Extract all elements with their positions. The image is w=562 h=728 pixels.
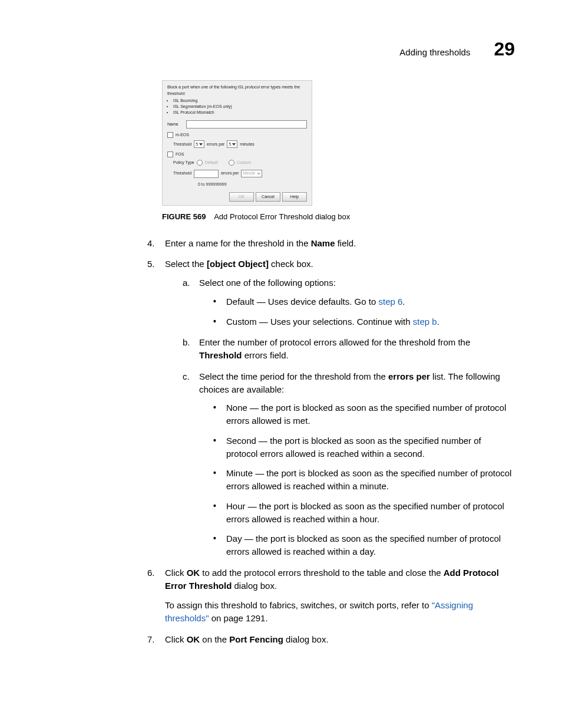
figure-text: Add Protocol Error Threshold dialog box	[214, 212, 350, 221]
step-5a-options: Default — Uses device defaults. Go to st…	[213, 295, 515, 328]
step-5c-items: None — the port is blocked as soon as th…	[213, 401, 515, 558]
page-header: Adding thresholds 29	[47, 35, 515, 62]
figure-caption: FIGURE 569 Add Protocol Error Threshold …	[162, 212, 515, 223]
fos-default-label: Default	[205, 160, 218, 166]
dialog-screenshot: Block a port when one of the following I…	[162, 80, 312, 205]
figure-label: FIGURE 569	[162, 212, 206, 221]
dialog-bullet: ISL Segmentation (m-EOS only)	[173, 104, 307, 110]
meos-threshold-select[interactable]: 5	[194, 140, 204, 148]
fos-checkbox-row: FOS	[167, 151, 307, 157]
fos-custom-label: Custom	[237, 160, 251, 166]
step-6-para: To assign this threshold to fabrics, swi…	[165, 599, 515, 625]
dialog-bullets: ISL Bouncing ISL Segmentation (m-EOS onl…	[173, 98, 307, 116]
fos-unit-select[interactable]: Minute	[241, 170, 262, 177]
help-button[interactable]: Help	[282, 192, 307, 202]
step-5b: b. Enter the number of protocol errors a…	[183, 336, 515, 362]
step-4: 4. Enter a name for the threshold in the…	[147, 237, 515, 250]
dialog-buttons: OK Cancel Help	[167, 192, 307, 202]
fos-threshold-input[interactable]	[194, 170, 219, 178]
list-item: Second — the port is blocked as soon as …	[213, 434, 515, 460]
option-default: Default — Uses device defaults. Go to st…	[213, 295, 515, 308]
meos-per-select[interactable]: 5	[227, 140, 237, 148]
header-title: Adding thresholds	[399, 46, 470, 59]
dialog-bullet: ISL Protocol Mismatch	[173, 110, 307, 116]
list-item: Day — the port is blocked as soon as the…	[213, 532, 515, 558]
meos-minutes: minutes	[240, 141, 254, 147]
fos-custom-radio[interactable]	[229, 160, 234, 166]
chevron-down-icon	[232, 143, 236, 146]
steps-list: 4. Enter a name for the threshold in the…	[147, 237, 515, 646]
fos-threshold-label: Threshold	[173, 170, 191, 176]
link-stepb[interactable]: step b	[413, 317, 437, 327]
ok-button[interactable]: OK	[229, 192, 254, 202]
fos-label: FOS	[176, 151, 184, 157]
name-input[interactable]	[186, 120, 307, 129]
meos-section: Threshold 5 errors per 5 minutes	[173, 140, 307, 148]
fos-policytype-label: Policy Type	[173, 160, 194, 166]
meos-threshold-label: Threshold	[173, 141, 191, 147]
meos-errors-per: errors per	[207, 141, 224, 147]
step-7: 7. Click OK on the Port Fencing dialog b…	[147, 633, 515, 646]
chevron-down-icon	[199, 143, 203, 146]
name-label: Name	[167, 121, 184, 127]
option-custom: Custom — Uses your selections. Continue …	[213, 315, 515, 328]
cancel-button[interactable]: Cancel	[256, 192, 280, 202]
header-number: 29	[494, 35, 515, 62]
meos-checkbox-row: m-EOS	[167, 132, 307, 138]
list-item: Hour — the port is blocked as soon as th…	[213, 500, 515, 526]
fos-hint: 0 to 999999999	[198, 182, 307, 187]
meos-checkbox[interactable]	[167, 132, 173, 138]
name-row: Name	[167, 120, 307, 129]
fos-section: Policy Type Default Custom Threshold err…	[173, 160, 307, 187]
step-5c: c. Select the time period for the thresh…	[183, 370, 515, 558]
meos-label: m-EOS	[176, 132, 189, 138]
fos-checkbox[interactable]	[167, 151, 173, 157]
dialog-bullet: ISL Bouncing	[173, 98, 307, 104]
step-5: 5. Select the [object Object] check box.…	[147, 258, 515, 558]
chevron-down-icon	[257, 173, 260, 175]
fos-default-radio[interactable]	[197, 160, 203, 166]
fos-errors-per: errors per	[221, 170, 239, 176]
step-6: 6. Click OK to add the protocol errors t…	[147, 566, 515, 625]
page: Adding thresholds 29 Block a port when o…	[0, 0, 562, 728]
link-step6[interactable]: step 6	[378, 297, 402, 307]
substeps: a. Select one of the following options: …	[183, 276, 515, 558]
step-5a: a. Select one of the following options: …	[183, 276, 515, 328]
dialog-intro: Block a port when one of the following I…	[167, 84, 307, 96]
list-item: None — the port is blocked as soon as th…	[213, 401, 515, 427]
list-item: Minute — the port is blocked as soon as …	[213, 467, 515, 493]
